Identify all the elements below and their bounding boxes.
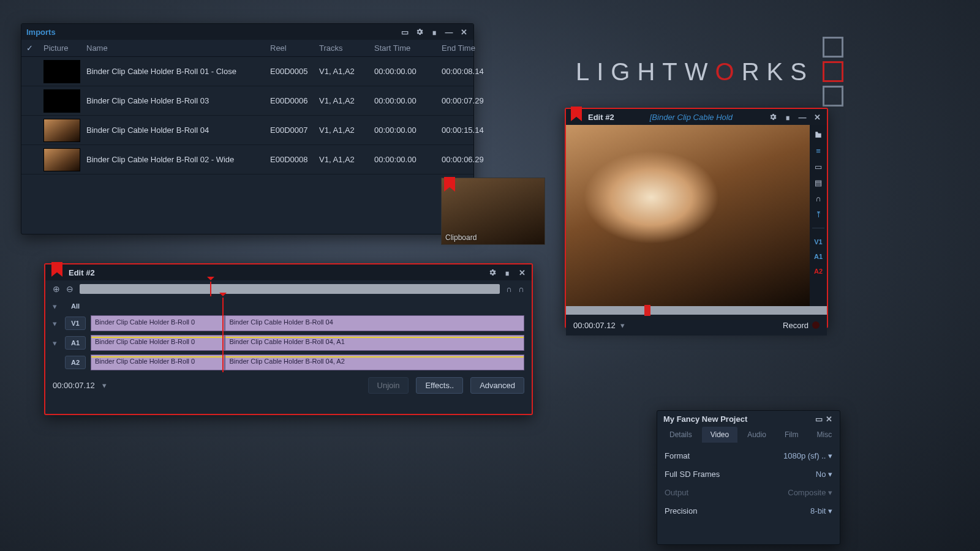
logo-text-post: RKS bbox=[742, 58, 814, 85]
col-start[interactable]: Start Time bbox=[374, 43, 442, 53]
imports-row[interactable]: Binder Clip Cable Holder B-Roll 01 - Clo… bbox=[21, 57, 473, 86]
clip-end: 00:00:06.29 bbox=[442, 155, 509, 164]
close-icon[interactable]: ✕ bbox=[824, 414, 834, 423]
tab-video[interactable]: Video bbox=[702, 427, 737, 443]
advanced-button[interactable]: Advanced bbox=[470, 377, 524, 394]
minimize-icon[interactable]: — bbox=[444, 28, 454, 36]
clipboard-label: Clipboard bbox=[445, 233, 477, 242]
lane-a2[interactable]: Binder Clip Cable Holder B-Roll 0Binder … bbox=[91, 354, 524, 370]
settings-icon[interactable] bbox=[415, 28, 424, 36]
setting-key: Full SD Frames bbox=[665, 470, 720, 479]
viewer-titlebar[interactable]: Edit #2 [Binder Clip Cable Hold ∎ — ✕ bbox=[566, 109, 827, 125]
clip-thumbnail bbox=[43, 60, 80, 83]
col-picture[interactable]: Picture bbox=[43, 43, 86, 53]
clipboard-clip[interactable]: Clipboard bbox=[441, 178, 545, 245]
imports-row[interactable]: Binder Clip Cable Holder B-Roll 03E00D00… bbox=[21, 86, 473, 116]
timeline-clip[interactable]: Binder Clip Cable Holder B-Roll 0 bbox=[91, 335, 225, 351]
timeline-playhead[interactable] bbox=[222, 298, 224, 372]
setting-value[interactable]: 8-bit ▾ bbox=[810, 506, 832, 515]
ruler-playhead[interactable] bbox=[210, 282, 211, 296]
setting-value[interactable]: No ▾ bbox=[816, 470, 832, 479]
imports-titlebar[interactable]: Imports ▭ ∎ — ✕ bbox=[21, 24, 473, 40]
track-a2-toggle[interactable]: A2 bbox=[814, 268, 823, 275]
mark-in-icon[interactable]: ∩ bbox=[506, 284, 512, 294]
timeline-clip[interactable]: Binder Clip Cable Holder B-Roll 04, A1 bbox=[225, 335, 524, 351]
setting-value[interactable]: 1080p (sf) .. ▾ bbox=[783, 451, 832, 460]
effects-button[interactable]: Effects.. bbox=[416, 377, 463, 394]
clip-name: Binder Clip Cable Holder B-Roll 03 bbox=[86, 96, 270, 105]
settings-icon[interactable] bbox=[488, 268, 497, 277]
view-mode-icon[interactable]: ▭ bbox=[400, 28, 410, 36]
lane-v1[interactable]: Binder Clip Cable Holder B-Roll 0Binder … bbox=[91, 315, 524, 331]
clip-start: 00:00:00.00 bbox=[374, 155, 442, 164]
tab-details[interactable]: Details bbox=[661, 427, 701, 443]
pin-icon[interactable]: ∎ bbox=[783, 113, 793, 121]
minimize-icon[interactable]: — bbox=[797, 113, 807, 121]
project-setting-row[interactable]: Precision8-bit ▾ bbox=[665, 501, 832, 520]
project-title: My Fancy New Project bbox=[663, 414, 747, 424]
track-button-a1[interactable]: A1 bbox=[65, 336, 86, 350]
collapse-icon[interactable]: ▾ bbox=[53, 339, 60, 348]
timeline-clip[interactable]: Binder Clip Cable Holder B-Roll 0 bbox=[91, 354, 225, 370]
timeline-ruler[interactable] bbox=[80, 284, 500, 294]
logo-letter-o: O bbox=[715, 58, 742, 85]
col-end[interactable]: End Time bbox=[442, 43, 509, 53]
track-button-a2[interactable]: A2 bbox=[65, 356, 86, 369]
viewer-scrubber[interactable] bbox=[566, 306, 827, 315]
imports-row[interactable]: Binder Clip Cable Holder B-Roll 04E00D00… bbox=[21, 116, 473, 145]
video-preview[interactable] bbox=[566, 125, 810, 306]
headphones-icon[interactable]: ∩ bbox=[813, 193, 824, 203]
project-setting-row[interactable]: Format1080p (sf) .. ▾ bbox=[665, 446, 832, 465]
lane-a1[interactable]: Binder Clip Cable Holder B-Roll 0Binder … bbox=[91, 335, 524, 351]
pin-icon[interactable]: ∎ bbox=[429, 28, 439, 36]
zoom-in-icon[interactable]: ⊕ bbox=[53, 284, 60, 294]
tab-audio[interactable]: Audio bbox=[739, 427, 775, 443]
app-logo: LIGHTWORKS bbox=[576, 37, 843, 107]
track-button-all[interactable]: All bbox=[65, 299, 86, 313]
clip-thumbnail bbox=[43, 148, 80, 171]
collapse-icon[interactable]: ▾ bbox=[53, 319, 60, 328]
timeline-timecode[interactable]: 00:00:07.12 bbox=[53, 381, 95, 390]
close-icon[interactable]: ✕ bbox=[459, 28, 469, 36]
timeline-clip[interactable]: Binder Clip Cable Holder B-Roll 04 bbox=[225, 315, 524, 331]
track-v1-toggle[interactable]: V1 bbox=[814, 238, 822, 246]
col-name[interactable]: Name bbox=[86, 43, 270, 53]
settings-icon[interactable] bbox=[768, 113, 778, 121]
col-tracks[interactable]: Tracks bbox=[319, 43, 374, 53]
zoom-out-icon[interactable]: ⊖ bbox=[66, 284, 74, 294]
list-icon[interactable]: ≡ bbox=[813, 146, 824, 156]
folder-icon[interactable] bbox=[813, 130, 824, 140]
viewer-playhead[interactable] bbox=[644, 305, 650, 316]
col-check[interactable]: ✓ bbox=[26, 43, 43, 53]
record-label[interactable]: Record bbox=[783, 321, 809, 330]
clip-reel: E00D0005 bbox=[270, 67, 319, 76]
close-icon[interactable]: ✕ bbox=[517, 268, 527, 277]
timeline-clip[interactable]: Binder Clip Cable Holder B-Roll 0 bbox=[91, 315, 225, 331]
timeline-clip[interactable]: Binder Clip Cable Holder B-Roll 04, A2 bbox=[225, 354, 524, 370]
project-setting-row: OutputComposite ▾ bbox=[665, 483, 832, 501]
clip-start: 00:00:00.00 bbox=[374, 126, 442, 135]
setting-key: Output bbox=[665, 488, 688, 497]
film-icon[interactable]: ▤ bbox=[813, 178, 824, 187]
pin-icon[interactable]: ∎ bbox=[502, 268, 512, 277]
timeline-titlebar[interactable]: Edit #2 ∎ ✕ bbox=[45, 264, 532, 280]
track-a1-toggle[interactable]: A1 bbox=[814, 253, 823, 260]
tab-misc[interactable]: Misc bbox=[809, 427, 841, 443]
imports-row[interactable]: Binder Clip Cable Holder B-Roll 02 - Wid… bbox=[21, 145, 473, 174]
export-icon[interactable]: ⤒ bbox=[813, 209, 824, 219]
track-button-v1[interactable]: V1 bbox=[65, 317, 86, 330]
record-dot-icon[interactable] bbox=[812, 321, 820, 329]
clip-thumbnail bbox=[43, 119, 80, 142]
project-titlebar[interactable]: My Fancy New Project ▭ ✕ bbox=[657, 411, 840, 427]
viewer-panel: Edit #2 [Binder Clip Cable Hold ∎ — ✕ ≡ … bbox=[565, 108, 828, 328]
close-icon[interactable]: ✕ bbox=[812, 113, 822, 121]
tab-film[interactable]: Film bbox=[776, 427, 807, 443]
battery-icon: ▭ bbox=[814, 414, 824, 423]
viewer-timecode[interactable]: 00:00:07.12 bbox=[573, 321, 616, 330]
col-reel[interactable]: Reel bbox=[270, 43, 319, 53]
mark-out-icon[interactable]: ∩ bbox=[518, 284, 524, 294]
collapse-icon[interactable]: ▾ bbox=[53, 302, 60, 311]
clip-reel: E00D0008 bbox=[270, 155, 319, 164]
monitor-icon[interactable]: ▭ bbox=[813, 162, 824, 171]
project-setting-row[interactable]: Full SD FramesNo ▾ bbox=[665, 465, 832, 483]
